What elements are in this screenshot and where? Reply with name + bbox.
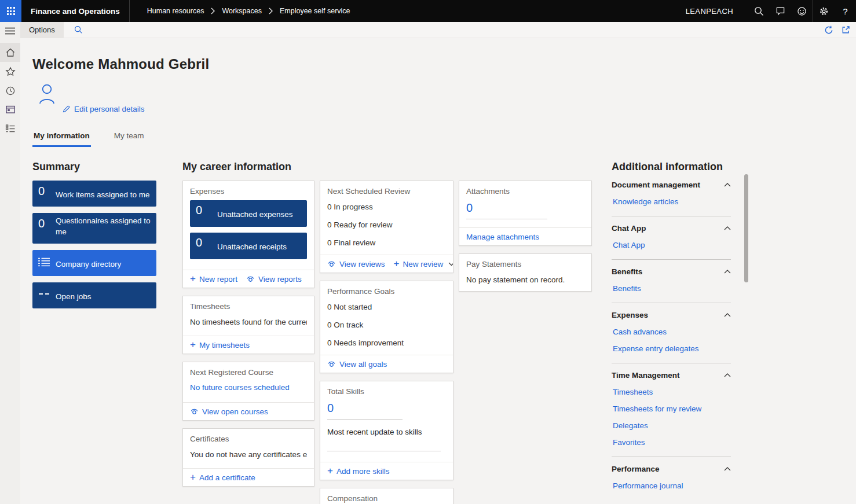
link-timesheets[interactable]: Timesheets [613,388,653,396]
card-title: Next Registered Course [190,368,307,377]
tile-company-directory[interactable]: Company directory [32,250,156,276]
group-performance[interactable]: Performance [612,465,731,473]
tab-my-team[interactable]: My team [113,129,145,147]
feedback-smiley-icon[interactable] [791,0,813,22]
new-report-link[interactable]: + New report [190,275,237,284]
action-pane: Options [20,22,856,38]
additional-title: Additional information [612,161,751,173]
chevron-up-icon [724,467,731,471]
view-icon [246,275,255,282]
next-registered-course-card: Next Registered Course No future courses… [182,362,314,421]
link-expense-entry-delegates[interactable]: Expense entry delegates [613,344,699,353]
link-performance-journal[interactable]: Performance journal [613,481,683,490]
view-all-goals-link[interactable]: View all goals [327,360,387,369]
plus-icon: + [190,474,196,480]
new-review-link[interactable]: + New review [394,260,453,268]
link-benefits[interactable]: Benefits [613,284,641,293]
action-center-icon[interactable] [770,0,791,22]
card-title: Timesheets [190,302,307,311]
link-chat-app[interactable]: Chat App [613,241,645,249]
view-icon [327,260,336,267]
tile-unattached-receipts[interactable]: 0 Unattached receipts [190,233,307,259]
toolbar-right-controls [824,25,856,35]
card-title: Attachments [466,187,584,196]
add-more-skills-link[interactable]: + Add more skills [327,467,389,476]
add-certificate-link[interactable]: + Add a certificate [190,473,255,482]
goals-on-track: 0 On track [327,318,446,332]
card-title: Compensation [327,494,446,503]
link-timesheets-for-my-review[interactable]: Timesheets for my review [613,404,701,413]
group-benefits[interactable]: Benefits [612,267,731,276]
search-icon[interactable] [748,0,770,22]
page-tabs: My information My team [32,129,856,147]
manage-attachments-link[interactable]: Manage attachments [466,233,539,241]
career-title: My career information [182,161,591,173]
additional-information-section: Additional information Document manageme… [612,161,751,490]
total-skills-card: Total Skills 0 Most recent update to ski… [320,381,453,480]
link-favorites[interactable]: Favorites [613,438,645,447]
settings-gear-icon[interactable] [813,0,835,22]
plus-icon: + [190,276,196,282]
tab-my-information[interactable]: My information [32,129,91,147]
summary-title: Summary [32,161,156,173]
link-delegates[interactable]: Delegates [613,421,648,430]
breadcrumb-page[interactable]: Employee self service [280,7,350,15]
attachments-card: Attachments 0 Manage attachments [459,181,592,246]
company-picker[interactable]: LEANPEACH [686,7,733,16]
refresh-icon[interactable] [824,25,833,35]
group-document-management[interactable]: Document management [612,181,731,189]
link-knowledge-articles[interactable]: Knowledge articles [613,197,678,206]
breadcrumb-module[interactable]: Human resources [147,7,204,15]
sidebar-item-home[interactable] [0,43,20,62]
profile-block: Edit personal details [32,84,856,122]
plus-icon: + [394,261,400,267]
group-divider [612,457,731,457]
sidebar-item-workspaces-icon[interactable] [0,100,20,119]
tile-open-jobs[interactable]: Open jobs [32,282,156,308]
person-avatar-icon [38,84,56,104]
chevron-up-icon [724,270,731,274]
tile-unattached-expenses[interactable]: 0 Unattached expenses [190,200,307,227]
navigation-rail [0,22,20,504]
page-title: Welcome Mahmoud Gebril [32,56,856,72]
chevron-up-icon [724,313,731,317]
group-time-management[interactable]: Time Management [612,371,731,380]
toolbar-search-icon[interactable] [74,25,83,34]
help-icon[interactable]: ? [835,0,856,22]
card-title: Next Scheduled Review [327,187,446,196]
app-title[interactable]: Finance and Operations [21,7,129,16]
pencil-icon [63,105,70,113]
my-timesheets-link[interactable]: + My timesheets [190,341,250,350]
hamburger-menu-icon[interactable] [0,22,20,39]
attachments-count[interactable]: 0 [466,200,547,219]
app-launcher-icon[interactable] [0,0,21,22]
tab-options[interactable]: Options [20,22,64,38]
group-chat-app[interactable]: Chat App [612,224,731,233]
total-skills-count[interactable]: 0 [327,400,403,420]
no-future-courses-link[interactable]: No future courses scheduled [190,383,290,392]
tile-questionnaires[interactable]: 0 Questionnaires assigned to me [32,213,156,244]
chevron-up-icon [724,183,731,187]
sidebar-item-favorites-star-icon[interactable] [0,62,20,81]
view-reports-link[interactable]: View reports [246,275,302,284]
topbar-divider [129,0,130,22]
expenses-card: Expenses 0 Unattached expenses 0 Unattac… [182,181,314,288]
link-cash-advances[interactable]: Cash advances [613,328,667,336]
view-open-courses-link[interactable]: View open courses [190,407,268,416]
chevron-up-icon [724,373,731,377]
edit-personal-details-link[interactable]: Edit personal details [63,105,145,113]
scrollbar-thumb[interactable] [744,174,748,282]
breadcrumb-area[interactable]: Workspaces [222,7,262,15]
view-reviews-link[interactable]: View reviews [327,260,385,268]
compensation-card: Compensation Show [320,488,453,504]
card-title: Certificates [190,435,307,443]
sidebar-item-modules-icon[interactable] [0,119,20,138]
recent-skills-value-field[interactable] [327,436,441,451]
chevron-up-icon [724,226,731,230]
group-expenses[interactable]: Expenses [612,311,731,319]
breadcrumb: Human resources Workspaces Employee self… [147,7,350,15]
sidebar-item-recent-clock-icon[interactable] [0,81,20,100]
open-in-new-window-icon[interactable] [842,25,850,34]
tile-work-items[interactable]: 0 Work items assigned to me [32,181,156,207]
timesheets-card: Timesheets No timesheets found for the c… [182,296,314,354]
